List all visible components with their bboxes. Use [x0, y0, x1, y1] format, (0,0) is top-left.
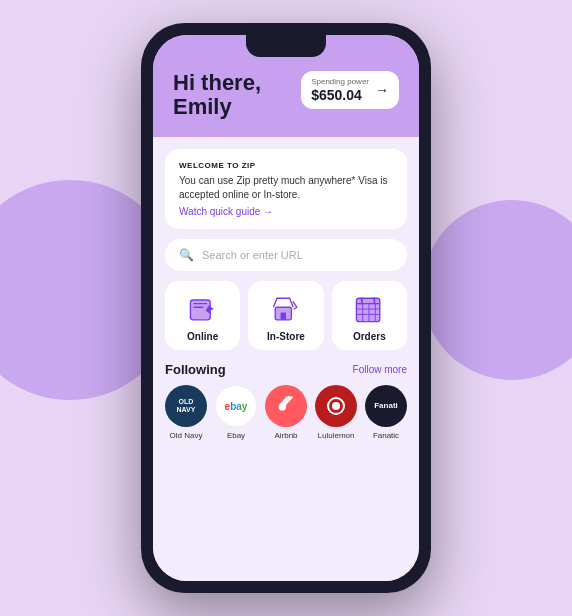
instore-icon: [268, 291, 304, 327]
svg-point-13: [332, 402, 340, 410]
following-item-fanatics[interactable]: Fanati Fanatic: [365, 385, 407, 440]
following-name-airbnb: Airbnb: [274, 431, 297, 440]
following-item-airbnb[interactable]: Airbnb: [265, 385, 307, 440]
welcome-card-title: WELCOME TO ZIP: [179, 161, 393, 170]
orders-icon: [351, 291, 387, 327]
search-placeholder: Search or enter URL: [202, 249, 303, 261]
following-name-fanatics: Fanatic: [373, 431, 399, 440]
spending-power-label: Spending power: [311, 77, 369, 87]
orders-label: Orders: [353, 331, 386, 342]
greeting: Hi there, Emily: [173, 71, 261, 119]
following-section: Following Follow more OLDNAVY Old Navy: [165, 362, 407, 440]
spending-power-arrow-icon: →: [375, 82, 389, 98]
greeting-line2: Emily: [173, 94, 232, 119]
action-card-instore[interactable]: In-Store: [248, 281, 323, 350]
following-item-ebay[interactable]: ebay Ebay: [215, 385, 257, 440]
phone-notch: [246, 35, 326, 57]
following-item-lululemon[interactable]: Lululemon: [315, 385, 357, 440]
following-title: Following: [165, 362, 226, 377]
airbnb-logo-icon: [275, 395, 297, 417]
svg-rect-3: [357, 299, 380, 322]
bg-blob-right: [422, 200, 572, 380]
welcome-card: WELCOME TO ZIP You can use Zip pretty mu…: [165, 149, 407, 229]
phone-shell: Hi there, Emily Spending power $650.04 →…: [141, 23, 431, 593]
following-list: OLDNAVY Old Navy ebay Ebay: [165, 385, 407, 440]
online-icon: [185, 291, 221, 327]
search-bar[interactable]: 🔍 Search or enter URL: [165, 239, 407, 271]
spending-power-amount: $650.04: [311, 87, 369, 103]
avatar-lululemon: [315, 385, 357, 427]
greeting-text: Hi there, Emily: [173, 71, 261, 119]
quick-actions: Online In-Store: [165, 281, 407, 350]
screen-content: WELCOME TO ZIP You can use Zip pretty mu…: [153, 137, 419, 581]
following-name-ebay: Ebay: [227, 431, 245, 440]
avatar-airbnb: [265, 385, 307, 427]
greeting-line1: Hi there,: [173, 70, 261, 95]
watch-quick-guide-link[interactable]: Watch quick guide →: [179, 206, 393, 217]
following-item-oldnavy[interactable]: OLDNAVY Old Navy: [165, 385, 207, 440]
spending-power-info: Spending power $650.04: [311, 77, 369, 103]
welcome-card-body: You can use Zip pretty much anywhere* Vi…: [179, 174, 393, 202]
svg-rect-2: [281, 313, 286, 320]
phone-screen: Hi there, Emily Spending power $650.04 →…: [153, 35, 419, 581]
follow-more-button[interactable]: Follow more: [353, 364, 407, 375]
spending-power-card[interactable]: Spending power $650.04 →: [301, 71, 399, 109]
lululemon-logo-icon: [324, 394, 348, 418]
instore-label: In-Store: [267, 331, 305, 342]
avatar-ebay: ebay: [215, 385, 257, 427]
following-name-oldnavy: Old Navy: [170, 431, 203, 440]
search-icon: 🔍: [179, 248, 194, 262]
avatar-oldnavy: OLDNAVY: [165, 385, 207, 427]
online-label: Online: [187, 331, 218, 342]
avatar-fanatics: Fanati: [365, 385, 407, 427]
action-card-online[interactable]: Online: [165, 281, 240, 350]
following-name-lululemon: Lululemon: [318, 431, 355, 440]
action-card-orders[interactable]: Orders: [332, 281, 407, 350]
following-header: Following Follow more: [165, 362, 407, 377]
